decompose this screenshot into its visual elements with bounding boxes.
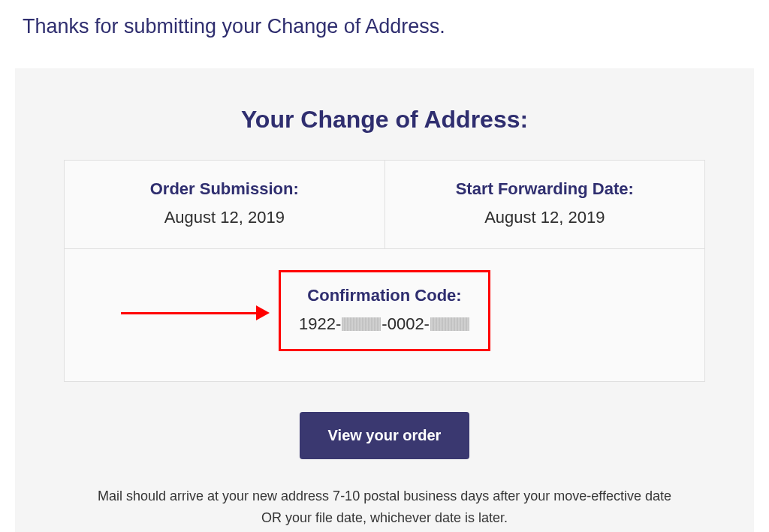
redacted-segment [342, 317, 381, 331]
card-title: Your Change of Address: [64, 106, 705, 134]
coa-summary-card: Your Change of Address: Order Submission… [15, 68, 754, 532]
start-forwarding-value: August 12, 2019 [393, 208, 698, 227]
thanks-message: Thanks for submitting your Change of Add… [0, 0, 769, 46]
table-row: Confirmation Code: 1922- -0002- [65, 249, 704, 381]
confirmation-code-value: 1922- -0002- [299, 314, 470, 334]
summary-table: Order Submission: August 12, 2019 Start … [64, 160, 705, 382]
order-submission-label: Order Submission: [72, 179, 377, 199]
confirmation-code-label: Confirmation Code: [299, 286, 470, 305]
confirmation-code-highlight: Confirmation Code: 1922- -0002- [279, 270, 490, 351]
redacted-segment [430, 317, 469, 331]
confirmation-part-2: -0002- [381, 314, 430, 334]
confirmation-part-1: 1922- [299, 314, 341, 334]
view-your-order-button[interactable]: View your order [300, 412, 470, 459]
order-submission-value: August 12, 2019 [72, 208, 377, 227]
start-forwarding-cell: Start Forwarding Date: August 12, 2019 [385, 161, 705, 248]
order-submission-cell: Order Submission: August 12, 2019 [65, 161, 385, 248]
annotation-arrow-icon [121, 305, 270, 320]
table-row: Order Submission: August 12, 2019 Start … [65, 161, 704, 249]
start-forwarding-label: Start Forwarding Date: [393, 179, 698, 199]
delivery-info-text: Mail should arrive at your new address 7… [64, 485, 705, 529]
